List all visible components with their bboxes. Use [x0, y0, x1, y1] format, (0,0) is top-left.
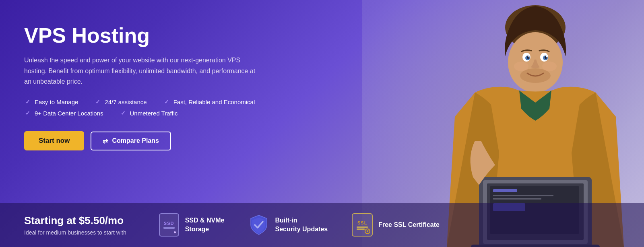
svg-point-13 [514, 62, 528, 71]
ssl-feature-text: Free SSL Certificate [378, 220, 440, 229]
feature-unmetered: ✓ Unmetered Traffic [120, 109, 178, 117]
shield-icon [249, 214, 269, 236]
feature-24-7: ✓ 24/7 assistance [94, 98, 147, 105]
svg-rect-20 [493, 195, 553, 196]
feature-row-1: ✓ Easy to Manage ✓ 24/7 assistance ✓ Fas… [24, 98, 298, 105]
svg-rect-19 [493, 189, 517, 192]
bottom-feature-security: Built-inSecurity Updates [248, 214, 328, 235]
pricing-info: Starting at $5.50/mo Ideal for medium bu… [24, 214, 126, 236]
bottom-feature-ssd: SSD SSD & NVMeStorage [159, 214, 225, 235]
ssd-feature-icon: SSD [159, 214, 180, 235]
svg-point-14 [542, 62, 557, 71]
ssd-feature-text: SSD & NVMeStorage [185, 216, 225, 234]
starting-price: Starting at $5.50/mo [24, 214, 126, 227]
svg-point-10 [528, 56, 530, 58]
feature-fast-reliable: ✓ Fast, Reliable and Economical [163, 98, 255, 105]
hero-description: Unleash the speed and power of your webs… [24, 55, 258, 87]
bottom-bar: Starting at $5.50/mo Ideal for medium bu… [0, 203, 644, 247]
ssd-icon: SSD [159, 213, 179, 237]
feature-data-centers: ✓ 9+ Data Center Locations [24, 109, 103, 117]
check-icon: ✓ [24, 109, 31, 117]
check-icon: ✓ [94, 98, 101, 105]
features-list: ✓ Easy to Manage ✓ 24/7 assistance ✓ Fas… [24, 98, 298, 117]
security-feature-text: Built-inSecurity Updates [275, 216, 328, 234]
hero-content: VPS Hosting Unleash the speed and power … [24, 24, 298, 175]
ssl-icon: SSL ★ [352, 213, 373, 237]
feature-row-2: ✓ 9+ Data Center Locations ✓ Unmetered T… [24, 109, 298, 117]
svg-rect-21 [493, 198, 541, 200]
svg-point-11 [546, 56, 547, 58]
ssl-feature-icon: SSL ★ [352, 214, 373, 235]
check-icon: ✓ [24, 98, 31, 105]
bottom-features: SSD SSD & NVMeStorage [159, 214, 440, 235]
feature-easy-manage: ✓ Easy to Manage [24, 98, 78, 105]
compare-plans-button[interactable]: ⇄ Compare Plans [91, 132, 171, 150]
starting-sub: Ideal for medium businesses to start wit… [24, 229, 126, 236]
shield-feature-icon [248, 214, 269, 235]
cta-buttons: Start now ⇄ Compare Plans [24, 131, 298, 150]
page-title: VPS Hosting [24, 24, 298, 47]
check-icon: ✓ [163, 98, 170, 105]
compare-icon: ⇄ [103, 137, 108, 145]
bottom-feature-ssl: SSL ★ Free SSL Certificate [352, 214, 440, 235]
hero-section: VPS Hosting Unleash the speed and power … [0, 0, 644, 247]
check-icon: ✓ [120, 109, 127, 117]
start-now-button[interactable]: Start now [24, 131, 84, 150]
